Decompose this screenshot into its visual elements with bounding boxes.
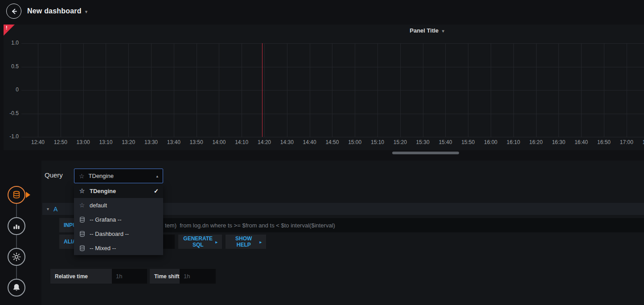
option-label: -- Dashboard -- xyxy=(90,231,159,237)
bell-icon xyxy=(12,283,21,292)
x-axis-tick-label: 13:10 xyxy=(96,139,115,145)
check-icon: ✓ xyxy=(154,188,159,194)
x-axis-tick-label: 15:50 xyxy=(458,139,478,145)
annotation-vline xyxy=(262,43,263,137)
database-icon xyxy=(12,190,21,199)
x-axis-tick-label: 15:10 xyxy=(368,139,387,145)
x-axis-tick-label: 13:20 xyxy=(119,139,138,145)
x-axis-tick-label: 14:20 xyxy=(254,139,274,145)
y-axis-tick-label: 1.0 xyxy=(4,40,19,46)
query-editor: Query ☆ TDengine ▴ ☆TDengine✓☆default-- … xyxy=(41,161,644,305)
active-tab-arrow-icon xyxy=(26,192,30,198)
gridline-horizontal xyxy=(21,67,644,67)
y-axis-tick-label: 0.5 xyxy=(4,63,19,70)
option-label: -- Grafana -- xyxy=(90,216,159,223)
top-nav-bar: New dashboard ▾ xyxy=(0,0,644,22)
datasource-dropdown-menu: ☆TDengine✓☆default-- Grafana ---- Dashbo… xyxy=(74,184,163,255)
chevron-up-icon: ▴ xyxy=(156,174,158,178)
dashboard-title[interactable]: New dashboard ▾ xyxy=(27,7,87,15)
tab-queries[interactable] xyxy=(8,186,25,204)
option-label: TDengine xyxy=(90,188,150,194)
sql-input[interactable]: tem) from log.dn where ts >= $from and t… xyxy=(104,218,644,232)
y-axis-tick-label: -0.5 xyxy=(4,110,19,116)
x-axis-tick-label: 12:50 xyxy=(51,139,70,145)
x-axis-tick-label: 16:00 xyxy=(481,139,500,145)
x-axis-tick-label: 14:30 xyxy=(277,139,297,145)
gridline-horizontal xyxy=(21,114,644,114)
back-button[interactable] xyxy=(6,4,21,19)
database-icon xyxy=(78,231,86,237)
dashboard-title-text: New dashboard xyxy=(27,7,82,15)
chevron-down-icon: ▾ xyxy=(85,8,88,15)
gridline-horizontal xyxy=(21,137,644,137)
option-label: -- Mixed -- xyxy=(90,245,159,251)
x-axis-tick-label: 13:30 xyxy=(141,139,161,145)
x-axis-tick-label: 15:00 xyxy=(345,139,365,145)
time-shift-value: 1h xyxy=(184,273,190,280)
panel-error-corner-icon[interactable] xyxy=(4,25,15,36)
arrow-left-icon xyxy=(10,8,18,15)
tab-general[interactable] xyxy=(8,248,25,266)
query-ref-id: A xyxy=(53,206,57,213)
x-axis-tick-label: 15:30 xyxy=(413,139,433,145)
x-axis-tick-label: 14:40 xyxy=(300,139,320,145)
datasource-option-grafana[interactable]: -- Grafana -- xyxy=(74,212,163,227)
x-axis-tick-label: 17:00 xyxy=(617,139,636,145)
x-axis-tick-label: 12:40 xyxy=(28,139,48,145)
generate-sql-button[interactable]: GENERATE SQL ▸ xyxy=(178,235,222,249)
option-label: default xyxy=(90,202,159,209)
query-section-label: Query xyxy=(45,171,63,179)
button-label: GENERATE SQL xyxy=(183,235,213,248)
x-axis-tick-label: 13:00 xyxy=(74,139,93,145)
error-exclamation-icon: ! xyxy=(6,25,8,30)
caret-right-icon: ▸ xyxy=(259,239,262,244)
x-axis-tick-label: 14:10 xyxy=(232,139,251,145)
panel-title: Panel Title xyxy=(410,27,439,34)
x-axis-tick-label: 14:00 xyxy=(209,139,229,145)
x-axis-tick-label: 14:50 xyxy=(322,139,342,145)
plugin-star-icon: ☆ xyxy=(78,202,86,209)
relative-time-label: Relative time xyxy=(50,269,112,284)
caret-right-icon: ▸ xyxy=(215,239,217,244)
x-axis-tick-label: 13:40 xyxy=(164,139,184,145)
y-axis-tick-label: 0 xyxy=(4,87,19,93)
plugin-star-icon: ☆ xyxy=(78,187,86,194)
database-icon xyxy=(78,245,86,251)
chevron-down-icon: ▾ xyxy=(442,29,444,33)
gear-icon xyxy=(12,252,21,261)
x-axis-tick-label: 16:30 xyxy=(549,139,568,145)
tab-visualization[interactable] xyxy=(8,217,25,235)
button-label: SHOW HELP xyxy=(230,235,257,248)
x-axis-tick-label: 16:50 xyxy=(594,139,614,145)
x-axis-tick-label: 15:40 xyxy=(435,139,455,145)
x-axis-tick-label: 13:50 xyxy=(187,139,206,145)
x-axis-tick-label: 16:10 xyxy=(504,139,523,145)
datasource-option-mixed[interactable]: -- Mixed -- xyxy=(74,241,163,255)
x-axis-tick-label: 16:20 xyxy=(526,139,546,145)
time-shift-label: Time shift xyxy=(150,269,180,284)
chart-icon xyxy=(12,222,21,231)
gridline-horizontal xyxy=(21,90,644,91)
relative-time-input[interactable]: 1h xyxy=(112,269,147,284)
x-axis-tick-label: 17:10 xyxy=(640,139,644,145)
horizontal-scrollbar-thumb[interactable] xyxy=(392,152,459,154)
time-shift-input[interactable]: 1h xyxy=(180,269,216,284)
database-icon xyxy=(78,216,86,223)
graph-panel: ! Panel Title ▾ 12:4012:5013:0013:1013:2… xyxy=(4,25,644,150)
tab-alert[interactable] xyxy=(8,279,25,297)
datasource-option-tdengine[interactable]: ☆TDengine✓ xyxy=(74,184,163,198)
datasource-option-dashboard[interactable]: -- Dashboard -- xyxy=(74,227,163,241)
gridline-horizontal xyxy=(21,43,644,44)
x-axis-tick-label: 15:20 xyxy=(390,139,410,145)
datasource-selected-value: TDengine xyxy=(89,173,152,179)
panel-title-menu[interactable]: Panel Title ▾ xyxy=(373,27,480,34)
datasource-select[interactable]: ☆ TDengine ▴ xyxy=(74,169,163,183)
collapse-chevron-icon: ▾ xyxy=(47,206,49,211)
y-axis-tick-label: -1.0 xyxy=(4,133,19,140)
plugin-star-icon: ☆ xyxy=(79,173,85,180)
show-help-button[interactable]: SHOW HELP ▸ xyxy=(226,235,266,249)
datasource-option-default[interactable]: ☆default xyxy=(74,198,163,212)
x-axis-tick-label: 16:40 xyxy=(571,139,591,145)
relative-time-value: 1h xyxy=(116,273,122,280)
